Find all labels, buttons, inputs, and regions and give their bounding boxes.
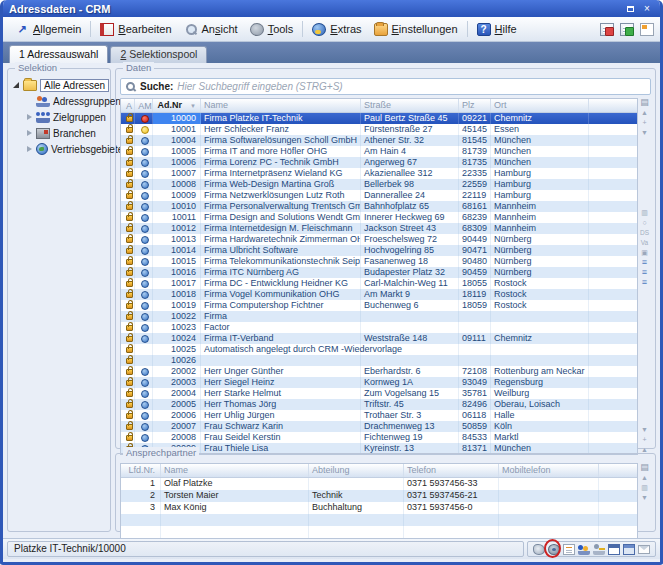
contact-row[interactable]: 2Torsten MaierTechnik0371 5937456-21	[121, 490, 637, 502]
contact-row[interactable]	[121, 526, 637, 538]
column-header-am[interactable]: AM	[135, 99, 153, 112]
tab-adressauswahl[interactable]: 1 Adressauswahl	[9, 45, 108, 63]
export-table-icon[interactable]	[600, 23, 614, 36]
address-row[interactable]: 20007Frau Schwarz KarinDrachmenweg 13508…	[121, 421, 637, 432]
address-row[interactable]: 10011Firma Design and Solutions Wendt Gm…	[121, 212, 637, 223]
column-header-lfdnr[interactable]: Lfd.Nr.	[121, 464, 161, 477]
menu-item-einstellungen[interactable]: Einstellungen	[368, 21, 464, 38]
address-row[interactable]: 10001Herr Schlecker FranzFürstenstraße 2…	[121, 124, 637, 135]
address-row[interactable]: 10017Firma DC - Entwicklung Heidner KGCa…	[121, 278, 637, 289]
address-row[interactable]: 10019Firma Computershop FichtnerBuchenwe…	[121, 300, 637, 311]
address-row[interactable]: 10012Firma Internetdesign M. Fleischmann…	[121, 223, 637, 234]
address-row[interactable]: 10007Firma Internetpräsenz Wieland KGAka…	[121, 168, 637, 179]
column-header-plz[interactable]: Plz	[459, 99, 491, 112]
address-row[interactable]: 10015Firma Telekommunikationstechnik Sei…	[121, 256, 637, 267]
column-header-a[interactable]: A	[121, 99, 135, 112]
select-columns-icon[interactable]: ▤	[639, 98, 650, 108]
gear-icon[interactable]	[548, 544, 560, 555]
address-row[interactable]: 10025Automatisch angelegt durch CRM -Wie…	[121, 344, 637, 355]
lock-icon	[126, 347, 133, 353]
contact-row[interactable]: 1Olaf Platzke0371 5937456-33	[121, 478, 637, 490]
search-bar[interactable]: Suche: Hier Suchbegriff eingeben (STRG+S…	[120, 78, 651, 95]
scroll-down-icon[interactable]: ▼	[639, 425, 650, 435]
import-table-icon[interactable]	[620, 23, 634, 36]
tree-expanded-icon[interactable]	[12, 82, 20, 88]
menu-item-allgemein[interactable]: ↗Allgemein	[9, 21, 87, 38]
address-row[interactable]: 20002Herr Unger GüntherEberhardstr. 6721…	[121, 366, 637, 377]
tree-collapsed-icon[interactable]	[25, 146, 33, 152]
tree-collapsed-icon[interactable]	[25, 130, 33, 136]
address-row[interactable]: 10009Firma Netzwerklösungen Lutz RothDan…	[121, 190, 637, 201]
cell-abteilung	[309, 526, 404, 538]
columns-icon[interactable]: ▥	[639, 208, 650, 218]
cell-plz: 93049	[459, 377, 491, 388]
address-row[interactable]: 20008Frau Seidel KerstinFichtenweg 19845…	[121, 432, 637, 443]
va-badge[interactable]: Va	[639, 238, 650, 248]
user-key-icon[interactable]	[593, 544, 605, 555]
menu-item-tools[interactable]: Tools	[244, 21, 300, 38]
address-row[interactable]: 10024Firma IT-VerbandWeststraße 14809111…	[121, 333, 637, 344]
search-input[interactable]: Hier Suchbegriff eingeben (STRG+S)	[177, 81, 342, 92]
address-row[interactable]: 10008Firma Web-Design Martina GroßBeller…	[121, 179, 637, 190]
address-row[interactable]: 10026	[121, 355, 637, 366]
address-row[interactable]: 10013Firma Hardwaretechnik Zimmerman OHG…	[121, 234, 637, 245]
address-row[interactable]: 10023Factor	[121, 322, 637, 333]
scroll-down-icon[interactable]: ▼	[639, 128, 650, 138]
tree-item-vertriebsgebiete[interactable]: Vertriebsgebiete	[12, 141, 108, 157]
add-record-icon[interactable]: +	[639, 435, 650, 445]
ds-badge[interactable]: DS	[639, 228, 650, 238]
column-header-mobiltelefon[interactable]: Mobiltelefon	[499, 464, 599, 477]
columns-icon[interactable]: ▥	[639, 483, 650, 493]
column-header-adnr[interactable]: Ad.Nr▼	[153, 99, 201, 112]
column-header-telefon[interactable]: Telefon	[404, 464, 499, 477]
close-button[interactable]: ×	[640, 3, 654, 15]
column-header-contact-name[interactable]: Name	[161, 464, 309, 477]
lock-cell	[121, 421, 135, 432]
scroll-up-icon[interactable]: ▲	[639, 473, 650, 483]
address-row[interactable]: 10010Firma Personalverwaltung Trentsch G…	[121, 201, 637, 212]
phone-icon[interactable]	[533, 544, 545, 555]
address-row[interactable]: 10016Firma ITC Nürnberg AGBudapester Pla…	[121, 267, 637, 278]
menu-item-extras[interactable]: Extras	[306, 21, 367, 38]
document-icon[interactable]	[563, 544, 575, 555]
address-row[interactable]: 20004Herr Starke HelmutZum Vogelsang 153…	[121, 388, 637, 399]
column-header-name[interactable]: Name	[201, 99, 361, 112]
window-list-icon[interactable]	[623, 544, 635, 555]
tree-item-adressgruppen[interactable]: Adressgruppen	[12, 93, 108, 109]
column-header-strasse[interactable]: Straße	[361, 99, 459, 112]
users-icon[interactable]	[578, 544, 590, 555]
tree-item-alle-adressen[interactable]: Alle Adressen	[12, 77, 108, 93]
column-header-abteilung[interactable]: Abteilung	[309, 464, 404, 477]
address-row[interactable]: 20003Herr Siegel HeinzKornweg 1A93049Reg…	[121, 377, 637, 388]
column-header-ort[interactable]: Ort	[491, 99, 589, 112]
restore-button[interactable]	[623, 3, 637, 15]
menu-item-ansicht[interactable]: Ansicht	[178, 21, 244, 38]
tab-selektionspool[interactable]: 2 Selektionspool	[110, 46, 207, 63]
magnifier-icon[interactable]: ○	[639, 218, 650, 228]
cell-rest	[589, 124, 637, 135]
menu-item-hilfe[interactable]: ?Hilfe	[471, 21, 523, 38]
mail-icon[interactable]	[638, 545, 650, 554]
tree-item-branchen[interactable]: Branchen	[12, 125, 108, 141]
address-row[interactable]: 10018Firma Vogel Kommunikation OHGAm Mar…	[121, 289, 637, 300]
scroll-up-icon[interactable]: ▲	[639, 108, 650, 118]
address-row[interactable]: 10014Firma Ulbricht SoftwareHochvogelrin…	[121, 245, 637, 256]
menu-item-bearbeiten[interactable]: Bearbeiten	[94, 21, 177, 38]
list-blue-icon[interactable]: ≡	[639, 278, 650, 288]
address-row[interactable]: 10006Firma Lorenz PC - Technik GmbHAnger…	[121, 157, 637, 168]
address-row[interactable]: 10005Firma IT and more Höfler OHGAm Hain…	[121, 146, 637, 157]
address-row[interactable]: 20006Herr Uhlig JürgenTrothaer Str. 3061…	[121, 410, 637, 421]
select-columns-icon[interactable]: ▤	[639, 463, 650, 473]
window-icon[interactable]	[608, 544, 620, 555]
contact-row[interactable]	[121, 514, 637, 526]
address-row[interactable]: 10000Firma Platzke IT-TechnikPaul Bertz …	[121, 113, 637, 124]
scroll-down-icon[interactable]: ▼	[639, 493, 650, 503]
address-row[interactable]: 10022Firma	[121, 311, 637, 322]
new-document-icon[interactable]	[640, 23, 654, 36]
tree-item-zielgruppen[interactable]: Zielgruppen	[12, 109, 108, 125]
address-row[interactable]: 20005Herr Thomas JörgTriftstr. 4582496Ob…	[121, 399, 637, 410]
address-row[interactable]: 10004Firma Softwarelösungen Scholl GmbHA…	[121, 135, 637, 146]
contact-row[interactable]: 3Max KönigBuchhaltung0371 5937456-0	[121, 502, 637, 514]
tree-collapsed-icon[interactable]	[25, 114, 33, 120]
add-record-icon[interactable]: +	[639, 118, 650, 128]
